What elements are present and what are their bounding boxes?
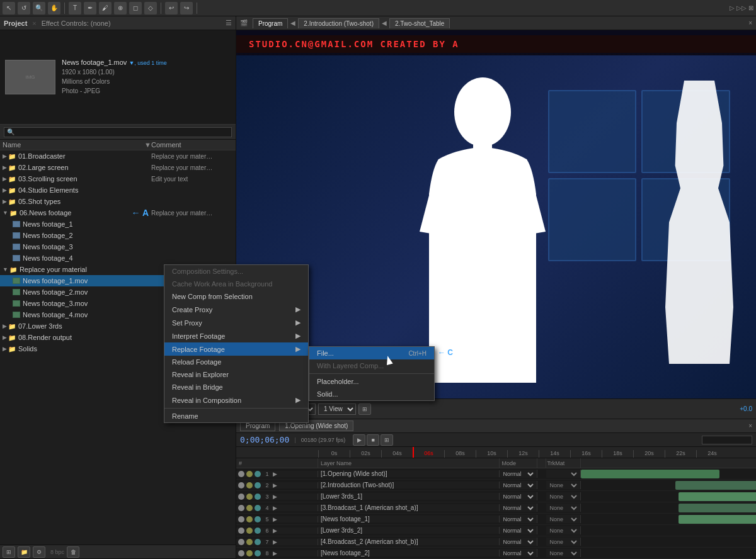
search-input[interactable] bbox=[4, 127, 232, 137]
menu-item-reveal-explorer[interactable]: Reveal in Explorer bbox=[164, 368, 308, 381]
list-item[interactable]: ▶ 📁 04.Studio Elements bbox=[0, 184, 236, 196]
settings-btn[interactable]: ⚙ bbox=[33, 546, 45, 558]
mode-select[interactable]: Normal bbox=[501, 550, 536, 557]
visibility-toggle[interactable] bbox=[238, 539, 244, 545]
menu-item-rename[interactable]: Rename bbox=[164, 410, 308, 422]
list-item[interactable]: News footage_3 bbox=[0, 241, 236, 252]
comp-tab-introduction[interactable]: 2.Introduction (Two-shot) bbox=[298, 18, 379, 28]
undo-icon[interactable]: ↩ bbox=[165, 2, 178, 14]
list-item[interactable]: ▶ 📁 05.Shot types bbox=[0, 196, 236, 207]
menu-item-composition-settings[interactable]: Composition Settings... bbox=[164, 265, 308, 278]
lock-toggle[interactable] bbox=[255, 528, 261, 534]
lock-toggle[interactable] bbox=[255, 505, 261, 511]
layer-name[interactable]: [3.Broadcast_1 (American shot_a)] bbox=[318, 504, 500, 511]
menu-item-replace-footage[interactable]: Replace Footage ▶ bbox=[164, 342, 308, 356]
brush-tool-icon[interactable]: 🖌 bbox=[99, 2, 112, 14]
grid-btn[interactable]: ⊞ bbox=[358, 404, 371, 415]
layer-name[interactable]: [News footage_2] bbox=[318, 550, 500, 556]
stop-btn[interactable]: ■ bbox=[367, 434, 379, 446]
menu-item-new-comp[interactable]: New Comp from Selection bbox=[164, 290, 308, 303]
comp-tab-twoshot[interactable]: 2.Two-shot_Table bbox=[389, 18, 450, 28]
comp-tab-program[interactable]: Program bbox=[253, 18, 288, 28]
solo-toggle[interactable] bbox=[246, 482, 253, 488]
trkmat-select[interactable]: None bbox=[547, 516, 579, 523]
eraser-tool-icon[interactable]: ◻ bbox=[129, 2, 142, 14]
list-item[interactable]: ▼ 📁 06.News footage ← A Replace your mat… bbox=[0, 207, 236, 218]
sort-arrow[interactable]: ▼ bbox=[144, 141, 151, 149]
frame-forward-btn[interactable]: ⊞ bbox=[381, 434, 393, 446]
list-item[interactable]: News footage_4 bbox=[0, 252, 236, 264]
redo-icon[interactable]: ↪ bbox=[180, 2, 193, 14]
menu-item-reveal-comp[interactable]: Reveal in Composition ▶ bbox=[164, 393, 308, 407]
panel-menu-btn[interactable]: ☰ bbox=[226, 19, 232, 27]
lock-toggle[interactable] bbox=[255, 550, 261, 556]
mode-select[interactable]: Normal bbox=[501, 504, 536, 512]
mode-select[interactable]: Normal bbox=[501, 527, 536, 534]
layer-search-input[interactable] bbox=[702, 436, 752, 444]
trkmat-select[interactable]: None bbox=[547, 527, 579, 534]
lock-toggle[interactable] bbox=[255, 539, 261, 545]
visibility-toggle[interactable] bbox=[238, 550, 244, 556]
text-tool-icon[interactable]: T bbox=[69, 2, 81, 14]
select-tool-icon[interactable]: ↖ bbox=[3, 2, 15, 14]
solo-toggle[interactable] bbox=[246, 494, 253, 500]
shape-tool-icon[interactable]: ◇ bbox=[144, 2, 157, 14]
menu-item-set-proxy[interactable]: Set Proxy ▶ bbox=[164, 316, 308, 329]
solo-toggle[interactable] bbox=[246, 505, 253, 511]
list-item[interactable]: ▶ 📁 01.Broadcaster Replace your mater… bbox=[0, 150, 236, 162]
playhead[interactable] bbox=[413, 447, 414, 458]
trkmat-select[interactable]: None bbox=[547, 493, 579, 500]
mode-select[interactable]: Normal bbox=[501, 516, 536, 523]
visibility-toggle[interactable] bbox=[238, 528, 244, 534]
solo-toggle[interactable] bbox=[246, 539, 253, 545]
trkmat-select[interactable] bbox=[547, 470, 579, 478]
clone-tool-icon[interactable]: ⊕ bbox=[114, 2, 127, 14]
layer-name[interactable]: [News footage_1] bbox=[318, 516, 500, 522]
new-comp-btn[interactable]: ⊞ bbox=[3, 546, 15, 558]
visibility-toggle[interactable] bbox=[238, 494, 244, 500]
hand-tool-icon[interactable]: ✋ bbox=[48, 2, 60, 14]
pen-tool-icon[interactable]: ✒ bbox=[84, 2, 96, 14]
mode-select[interactable]: Normal bbox=[501, 538, 536, 546]
visibility-toggle[interactable] bbox=[238, 516, 244, 522]
timeline-close[interactable]: × bbox=[748, 422, 752, 429]
layer-name[interactable]: [2.Introduction (Two-shot)] bbox=[318, 482, 500, 488]
mode-select[interactable]: Normal bbox=[501, 470, 536, 478]
trkmat-select[interactable]: None bbox=[547, 482, 579, 489]
list-item[interactable]: ▶ 📁 02.Large screen Replace your mater… bbox=[0, 162, 236, 173]
lock-toggle[interactable] bbox=[255, 494, 261, 500]
mode-select[interactable]: Normal bbox=[501, 482, 536, 489]
trkmat-select[interactable]: None bbox=[547, 550, 579, 557]
tab-arrow-left[interactable]: ◀ bbox=[290, 20, 295, 26]
new-folder-btn[interactable]: 📁 bbox=[18, 546, 30, 558]
solo-toggle[interactable] bbox=[246, 550, 253, 556]
visibility-toggle[interactable] bbox=[238, 482, 244, 488]
menu-item-interpret-footage[interactable]: Interpret Footage ▶ bbox=[164, 329, 308, 342]
trkmat-select[interactable]: None bbox=[547, 504, 579, 512]
comp-close[interactable]: × bbox=[748, 20, 752, 26]
trkmat-select[interactable]: None bbox=[547, 538, 579, 546]
play-btn[interactable]: ▶ bbox=[353, 434, 365, 446]
layer-name[interactable]: [Lower 3rds_2] bbox=[318, 527, 500, 534]
solo-toggle[interactable] bbox=[246, 516, 253, 522]
tab-arrow-right[interactable]: ◀ bbox=[382, 20, 387, 26]
mode-select[interactable]: Normal bbox=[501, 493, 536, 500]
lock-toggle[interactable] bbox=[255, 482, 261, 488]
layer-name[interactable]: [1.Opening (Wide shot)] bbox=[318, 470, 500, 477]
menu-item-with-layered-comp[interactable]: With Layered Comp... bbox=[309, 359, 434, 372]
menu-item-cache-work-area[interactable]: Cache Work Area in Background bbox=[164, 278, 308, 290]
delete-btn[interactable]: 🗑 bbox=[67, 546, 79, 558]
menu-item-reveal-bridge[interactable]: Reveal in Bridge bbox=[164, 381, 308, 393]
menu-item-file[interactable]: File... Ctrl+H ← C bbox=[309, 347, 434, 359]
lock-toggle[interactable] bbox=[255, 471, 261, 477]
menu-item-placeholder[interactable]: Placeholder... bbox=[309, 375, 434, 388]
list-item[interactable]: News footage_1 bbox=[0, 218, 236, 230]
menu-item-create-proxy[interactable]: Create Proxy ▶ bbox=[164, 303, 308, 316]
view-select[interactable]: 1 View bbox=[318, 404, 356, 415]
visibility-toggle[interactable] bbox=[238, 471, 244, 477]
solo-toggle[interactable] bbox=[246, 471, 253, 477]
menu-item-solid[interactable]: Solid... bbox=[309, 388, 434, 400]
zoom-tool-icon[interactable]: 🔍 bbox=[33, 2, 45, 14]
list-item[interactable]: ▶ 📁 03.Scrolling screen Edit your text bbox=[0, 173, 236, 184]
layer-name[interactable]: [Lower 3rds_1] bbox=[318, 493, 500, 500]
